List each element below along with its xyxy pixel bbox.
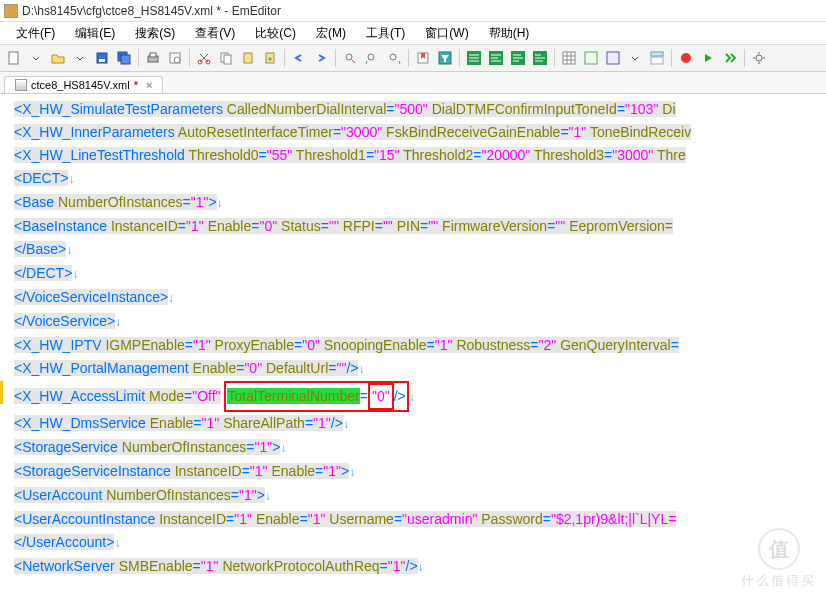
save-icon[interactable] xyxy=(92,48,112,68)
menu-macro[interactable]: 宏(M) xyxy=(306,23,356,44)
highlight-box-outer: TotalTerminalNumber="0"/> xyxy=(224,381,408,412)
wrap-char-icon[interactable] xyxy=(486,48,506,68)
code-line[interactable]: <BaseInstance InstanceID="1" Enable="0" … xyxy=(14,215,826,238)
svg-point-30 xyxy=(756,55,762,61)
app-icon xyxy=(4,4,18,18)
svg-rect-26 xyxy=(607,52,619,64)
wrap-page-icon[interactable] xyxy=(530,48,550,68)
tab-modified-icon: * xyxy=(134,79,138,91)
copy-icon[interactable] xyxy=(216,48,236,68)
menu-window[interactable]: 窗口(W) xyxy=(415,23,478,44)
code-line[interactable]: <X_HW_IPTV IGMPEnable="1" ProxyEnable="0… xyxy=(14,334,826,357)
tab-close-icon[interactable]: × xyxy=(146,79,152,91)
new-dropdown-icon[interactable] xyxy=(26,48,46,68)
code-line[interactable]: <Base NumberOfInstances="1">↓ xyxy=(14,191,826,215)
highlight-selection: TotalTerminalNumber xyxy=(227,388,359,404)
tabbar: ctce8_HS8145V.xml * × xyxy=(0,72,826,94)
separator xyxy=(189,49,190,67)
separator xyxy=(459,49,460,67)
svg-rect-4 xyxy=(121,55,130,64)
svg-rect-2 xyxy=(99,59,105,62)
svg-rect-12 xyxy=(224,55,231,64)
code-line[interactable]: <X_HW_PortalManagement Enable="0" Defaul… xyxy=(14,357,826,381)
svg-rect-28 xyxy=(651,57,663,64)
heading-icon[interactable] xyxy=(647,48,667,68)
separator xyxy=(554,49,555,67)
code-line[interactable]: </UserAccount>↓ xyxy=(14,531,826,555)
menubar: 文件(F) 编辑(E) 搜索(S) 查看(V) 比较(C) 宏(M) 工具(T)… xyxy=(0,22,826,44)
svg-point-17 xyxy=(390,54,396,60)
bookmark-icon[interactable] xyxy=(413,48,433,68)
find-prev-icon[interactable] xyxy=(362,48,382,68)
svg-rect-0 xyxy=(9,52,18,64)
settings-icon[interactable] xyxy=(749,48,769,68)
separator xyxy=(671,49,672,67)
save-all-icon[interactable] xyxy=(114,48,134,68)
toolbar xyxy=(0,44,826,72)
paste-icon[interactable] xyxy=(238,48,258,68)
code-line[interactable]: <X_HW_InnerParameters AutoResetInterface… xyxy=(14,121,826,144)
separator xyxy=(744,49,745,67)
svg-rect-25 xyxy=(585,52,597,64)
svg-rect-13 xyxy=(244,53,252,63)
code-line[interactable]: <StorageService NumberOfInstances="1">↓ xyxy=(14,436,826,460)
undo-icon[interactable] xyxy=(289,48,309,68)
code-line[interactable]: </Base>↓ xyxy=(14,238,826,262)
menu-tools[interactable]: 工具(T) xyxy=(356,23,415,44)
svg-point-15 xyxy=(346,54,352,60)
separator xyxy=(335,49,336,67)
svg-rect-6 xyxy=(150,53,156,57)
xml-file-icon xyxy=(15,79,27,91)
redo-icon[interactable] xyxy=(311,48,331,68)
code-line[interactable]: <DECT>↓ xyxy=(14,167,826,191)
code-line[interactable]: <StorageServiceInstance InstanceID="1" E… xyxy=(14,460,826,484)
filter-icon[interactable] xyxy=(435,48,455,68)
menu-edit[interactable]: 编辑(E) xyxy=(65,23,125,44)
tab-filename: ctce8_HS8145V.xml xyxy=(31,79,130,91)
wrap-window-icon[interactable] xyxy=(508,48,528,68)
preview-icon[interactable] xyxy=(165,48,185,68)
tab-file[interactable]: ctce8_HS8145V.xml * × xyxy=(4,76,163,93)
menu-view[interactable]: 查看(V) xyxy=(185,23,245,44)
code-line[interactable]: </VoiceService>↓ xyxy=(14,310,826,334)
code-line[interactable]: </VoiceServiceInstance>↓ xyxy=(14,286,826,310)
record-icon[interactable] xyxy=(676,48,696,68)
separator xyxy=(284,49,285,67)
window-title: D:\hs8145v\cfg\ctce8_HS8145V.xml * - EmE… xyxy=(22,4,281,18)
find-icon[interactable] xyxy=(340,48,360,68)
csv-tab-icon[interactable] xyxy=(603,48,623,68)
svg-rect-24 xyxy=(563,52,575,64)
play-icon[interactable] xyxy=(698,48,718,68)
menu-compare[interactable]: 比较(C) xyxy=(245,23,306,44)
svg-rect-27 xyxy=(651,52,663,56)
separator xyxy=(408,49,409,67)
code-line[interactable]: <NetworkServer SMBEnable="1" NetworkProt… xyxy=(14,555,826,579)
editor-area[interactable]: <X_HW_SimulateTestParameters CalledNumbe… xyxy=(0,94,826,598)
code-line[interactable]: <UserAccountInstance InstanceID="1" Enab… xyxy=(14,508,826,531)
csv-comma-icon[interactable] xyxy=(581,48,601,68)
open-icon[interactable] xyxy=(48,48,68,68)
highlight-box-inner: "0" xyxy=(368,383,394,410)
paste-special-icon[interactable] xyxy=(260,48,280,68)
titlebar: D:\hs8145v\cfg\ctce8_HS8145V.xml * - EmE… xyxy=(0,0,826,22)
menu-search[interactable]: 搜索(S) xyxy=(125,23,185,44)
open-dropdown-icon[interactable] xyxy=(70,48,90,68)
csv-icon[interactable] xyxy=(559,48,579,68)
menu-help[interactable]: 帮助(H) xyxy=(479,23,540,44)
menu-file[interactable]: 文件(F) xyxy=(6,23,65,44)
csv-dropdown-icon[interactable] xyxy=(625,48,645,68)
svg-point-29 xyxy=(681,53,691,63)
forward-icon[interactable] xyxy=(720,48,740,68)
find-next-icon[interactable] xyxy=(384,48,404,68)
code-line[interactable]: <X_HW_LineTestThreshold Threshold0="55" … xyxy=(14,144,826,167)
new-icon[interactable] xyxy=(4,48,24,68)
code-line[interactable]: <UserAccount NumberOfInstances="1">↓ xyxy=(14,484,826,508)
wrap-off-icon[interactable] xyxy=(464,48,484,68)
separator xyxy=(138,49,139,67)
code-line-current[interactable]: <X_HW_AccessLimit Mode="Off" TotalTermin… xyxy=(14,381,826,412)
code-line[interactable]: <X_HW_DmsService Enable="1" ShareAllPath… xyxy=(14,412,826,436)
code-line[interactable]: </DECT>↓ xyxy=(14,262,826,286)
print-icon[interactable] xyxy=(143,48,163,68)
cut-icon[interactable] xyxy=(194,48,214,68)
code-line[interactable]: <X_HW_SimulateTestParameters CalledNumbe… xyxy=(14,98,826,121)
